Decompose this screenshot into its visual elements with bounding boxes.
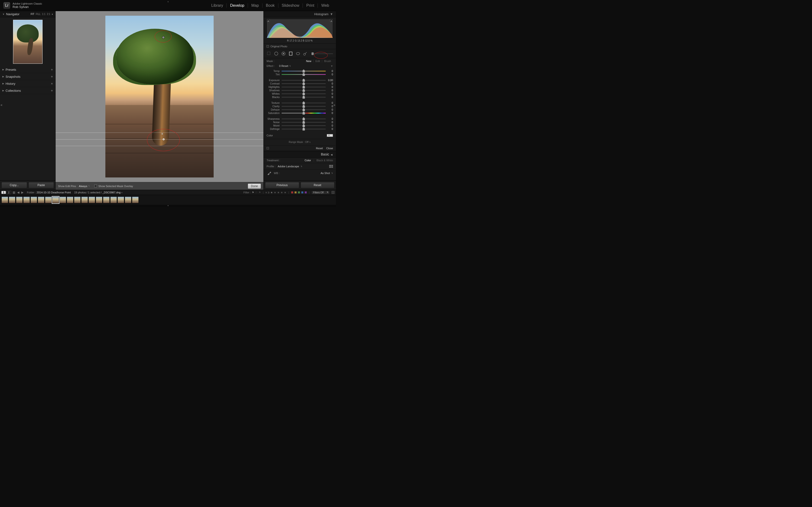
edit-pin-1[interactable] [162,36,164,39]
slider-track[interactable] [282,119,326,119]
slider-handle[interactable] [303,101,305,105]
filmstrip[interactable] [0,195,336,205]
slider-handle[interactable] [303,124,305,127]
slider-track[interactable] [282,83,326,84]
slider-track[interactable] [282,103,326,103]
profile-value[interactable]: Adobe Landscape [278,165,299,168]
secondary-display-2[interactable]: 2 [6,191,11,194]
eyedropper-icon[interactable] [266,171,272,175]
previous-button[interactable]: Previous [265,182,299,188]
module-web[interactable]: Web [317,3,333,8]
star-4-icon[interactable]: ★ [281,191,283,194]
slider-whites[interactable]: Whites0 [264,92,336,95]
filmstrip-thumb[interactable] [103,196,110,203]
slider-dehaze[interactable]: Dehaze0 [264,108,336,111]
star-2-icon[interactable]: ★ [274,191,276,194]
filmstrip-thumb[interactable] [59,196,66,203]
panel-action-icon[interactable]: + [51,74,53,78]
slider-handle[interactable] [303,92,305,95]
navigator-preview[interactable] [0,17,55,66]
star-3-icon[interactable]: ★ [277,191,280,194]
flag-rejected-icon[interactable]: ⚑ [259,191,261,194]
slider-handle[interactable] [303,73,305,76]
spot-removal-tool-icon[interactable] [274,51,278,56]
slider-value[interactable]: 0 [326,105,333,108]
profile-row[interactable]: Profile : Adobe Landscape ⇅ [264,163,336,169]
filmstrip-thumb[interactable] [16,196,23,203]
nav-fwd-icon[interactable]: ▶ [21,191,23,194]
slider-clarity[interactable]: Clarity0 [264,105,336,108]
overlay-checkbox[interactable] [94,185,97,187]
brush-tool-icon[interactable] [303,51,308,56]
slider-handle[interactable] [303,105,305,108]
slider-handle[interactable] [303,112,305,115]
reset-mask-button[interactable]: Reset [316,147,323,150]
slider-track[interactable] [282,74,326,75]
filmstrip-thumb[interactable] [89,196,95,203]
slider-track[interactable] [282,97,326,98]
slider-handle[interactable] [303,108,305,111]
show-edit-pins-value[interactable]: Always [79,185,87,187]
chevron-updown-icon[interactable]: ⇅ [331,172,333,174]
slider-value[interactable]: 0 [326,101,333,104]
slider-value[interactable]: 0 [326,92,333,95]
slider-value[interactable]: 0 [326,69,333,72]
slider-noise[interactable]: Noise0 [264,120,336,124]
slider-track[interactable] [282,109,326,110]
slider-track[interactable] [282,71,326,71]
zoom-fit[interactable]: FIT [31,13,34,15]
rating-filter-gte-icon[interactable]: ≥ [268,191,270,194]
zoom-2to1[interactable]: 2:1 [47,13,50,15]
tool-amount-slider[interactable] [311,53,333,54]
slider-handle[interactable] [303,127,305,131]
slider-defringe[interactable]: Defringe0 [264,127,336,131]
star-5-icon[interactable]: ★ [284,191,286,194]
highlight-clipping-icon[interactable] [330,19,333,22]
collapse-right-icon[interactable]: ▶ [334,103,336,107]
module-slideshow[interactable]: Slideshow [278,3,303,8]
original-photo-row[interactable]: Original Photo [264,44,336,49]
module-map[interactable]: Map [248,3,262,8]
slider-value[interactable]: 0 [326,127,333,130]
filmstrip-thumb[interactable] [125,196,132,203]
filter-lock-icon[interactable] [332,191,335,194]
filmstrip-thumb[interactable] [67,196,73,203]
color-label-red[interactable] [291,191,293,193]
slider-temp[interactable]: Temp0 [264,69,336,73]
slider-value[interactable]: 0 [326,82,333,85]
zoom-1to1[interactable]: 1:1 [42,13,45,15]
panel-history[interactable]: ▶History× [0,80,55,87]
slider-handle[interactable] [303,117,305,120]
wb-row[interactable]: WB : As Shot ⇅ [264,169,336,177]
close-mask-button[interactable]: Close [326,147,333,150]
filmstrip-thumb[interactable] [74,196,81,203]
slider-value[interactable]: 0 [326,73,333,76]
slider-moiré[interactable]: Moiré0 [264,124,336,127]
zoom-fill[interactable]: FILL [36,13,41,15]
expand-bottom-arrow[interactable]: ▾ [0,205,336,207]
slider-value[interactable]: 0 [326,121,333,124]
slider-track[interactable] [282,90,326,91]
zoom-more-icon[interactable]: ♦ [52,13,53,15]
slider-handle[interactable] [303,69,305,73]
slider-value[interactable]: 0 [326,89,333,92]
module-library[interactable]: Library [208,3,226,8]
slider-saturation[interactable]: Saturation0 [264,111,336,115]
filmstrip-thumb[interactable] [117,196,124,203]
panel-action-icon[interactable]: × [51,81,53,86]
mask-new[interactable]: New [304,60,313,62]
color-row[interactable]: Color [264,133,336,139]
effect-row[interactable]: Effect : 0 Reset ⇅ ▼ [264,64,336,69]
slider-track[interactable] [282,87,326,88]
slider-blacks[interactable]: Blacks0 [264,95,336,99]
slider-exposure[interactable]: Exposure0.00 [264,78,336,82]
color-label-yellow[interactable] [294,191,297,193]
slider-value[interactable]: 0 [326,96,333,99]
filmstrip-thumb[interactable] [81,196,88,203]
slider-handle[interactable] [303,82,305,85]
filmstrip-thumb[interactable] [45,196,52,203]
radial-filter-tool-icon[interactable] [296,51,300,56]
slider-shadows[interactable]: Shadows0 [264,89,336,92]
slider-track[interactable] [282,122,326,123]
grid-view-icon[interactable]: ▦ [12,191,15,194]
